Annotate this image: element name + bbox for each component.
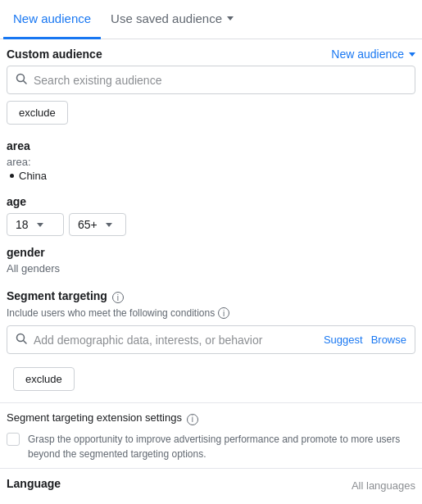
custom-audience-label: Custom audience [7,48,102,61]
age-title: age [7,195,415,208]
extension-title: Segment targeting extension settings [7,411,182,424]
info-icon[interactable]: i [112,292,124,303]
gender-title: gender [7,246,415,259]
svg-line-3 [24,341,27,344]
chevron-down-icon [409,52,415,57]
exclude-button[interactable]: exclude [7,101,68,125]
chevron-down-icon [106,223,112,227]
segment-actions: Suggest Browse [324,334,406,346]
tabs-container: New audience Use saved audience [0,0,422,39]
area-title: area [7,139,415,152]
language-title: Language [7,477,61,490]
segment-search-input[interactable]: Add demographic data, interests, or beha… [7,325,415,354]
age-min-value: 18 [16,218,29,231]
segment-subtitle-row: Include users who meet the following con… [7,307,415,319]
area-value-item: China [7,170,415,182]
search-placeholder-text: Search existing audience [34,74,161,87]
age-row: 18 65+ [7,213,415,236]
browse-button[interactable]: Browse [371,334,406,346]
age-min-select[interactable]: 18 [7,213,64,236]
extension-checkbox[interactable] [7,433,20,446]
segment-title-row: Segment targeting i [7,289,415,306]
tab-use-saved-audience[interactable]: Use saved audience [101,0,243,39]
language-row: Language All languages [7,477,415,493]
chevron-down-icon [227,16,234,20]
new-audience-button[interactable]: New audience [331,48,415,61]
extension-title-row: Segment targeting extension settings i [7,411,415,427]
gender-value: All genders [7,262,415,275]
segment-exclude-button[interactable]: exclude [13,367,75,391]
age-max-select[interactable]: 65+ [69,213,126,236]
chevron-down-icon [37,223,43,227]
gender-section: gender All genders [0,241,422,281]
bullet-icon [10,174,14,178]
tab-new-audience[interactable]: New audience [3,0,101,39]
extension-body: Grasp the opportunity to improve adverti… [7,432,415,461]
segment-targeting-title: Segment targeting [7,289,107,302]
extension-settings-section: Segment targeting extension settings i G… [0,402,422,468]
search-icon [16,73,27,87]
segment-search-placeholder: Add demographic data, interests, or beha… [34,334,324,347]
extension-info-icon[interactable]: i [187,414,198,425]
area-section: area area: China [0,131,422,187]
age-section: age 18 65+ [0,187,422,241]
segment-targeting-section: Segment targeting i Include users who me… [0,281,422,402]
language-value: All languages [352,479,415,492]
search-icon [16,333,27,347]
extension-description: Grasp the opportunity to improve adverti… [28,432,415,461]
search-existing-audience-input[interactable]: Search existing audience [7,66,415,94]
custom-audience-row: Custom audience New audience [0,39,422,66]
info-icon-subtitle[interactable]: i [218,307,229,319]
language-section: Language All languages [0,468,422,498]
area-label: area: [7,156,415,168]
suggest-button[interactable]: Suggest [324,334,363,346]
svg-line-1 [24,81,27,84]
age-max-value: 65+ [78,218,98,231]
